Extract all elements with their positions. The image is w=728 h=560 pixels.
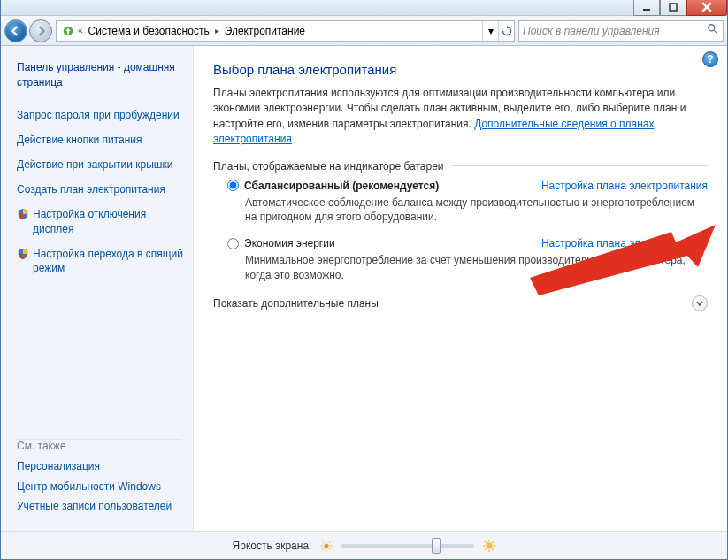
sidebar-link-label: Настройка перехода в спящий режим — [33, 247, 184, 275]
slider-thumb[interactable] — [432, 538, 441, 554]
breadcrumb-dropdown[interactable]: ▾ — [482, 21, 498, 41]
svg-point-17 — [487, 542, 493, 548]
refresh-button[interactable] — [498, 21, 514, 41]
intro-text: Планы электропитания используются для оп… — [213, 86, 708, 148]
power-plan-balanced: Сбалансированный (рекомендуется) Настрой… — [227, 180, 708, 226]
page-heading: Выбор плана электропитания — [213, 62, 708, 77]
back-button[interactable] — [4, 19, 27, 42]
sun-dim-icon — [320, 540, 333, 552]
brightness-slider[interactable] — [341, 544, 474, 548]
main-panel: Выбор плана электропитания Планы электро… — [194, 46, 727, 531]
search-placeholder: Поиск в панели управления — [523, 25, 660, 37]
power-plan-saver: Экономия энергии Настройка плана электро… — [227, 237, 708, 283]
see-also-header: См. также — [17, 439, 182, 452]
svg-line-6 — [714, 30, 717, 34]
sidebar-link-power-button[interactable]: Действие кнопки питания — [17, 133, 184, 147]
window-buttons — [633, 0, 727, 16]
breadcrumb-chevron-icon: « — [76, 26, 85, 35]
brightness-bar: Яркость экрана: — [1, 531, 727, 559]
sidebar-link-label: Настройка отключения дисплея — [33, 207, 184, 235]
breadcrumb-arrow-icon: ▸ — [213, 26, 221, 35]
svg-line-24 — [486, 548, 487, 550]
brightness-label: Яркость экрана: — [233, 540, 312, 552]
see-also-mobility-center[interactable]: Центр мобильности Windows — [17, 479, 184, 494]
svg-line-15 — [323, 548, 324, 549]
sidebar-link-password-wake[interactable]: Запрос пароля при пробуждении — [17, 108, 184, 122]
svg-line-16 — [329, 541, 330, 542]
window-titlebar — [1, 0, 727, 16]
search-icon[interactable] — [707, 23, 719, 38]
svg-line-25 — [492, 541, 494, 543]
content-area: ? Панель управления - домашняя страница … — [1, 46, 727, 531]
forward-button[interactable] — [29, 19, 52, 42]
close-button[interactable] — [686, 0, 727, 16]
svg-line-23 — [492, 548, 494, 550]
plans-section-header: Планы, отображаемые на индикаторе батаре… — [213, 160, 708, 173]
plan-radio-balanced[interactable] — [227, 180, 239, 191]
breadcrumb-segment[interactable]: Система и безопасность — [85, 25, 213, 37]
expand-button[interactable] — [692, 295, 708, 311]
plan-settings-link[interactable]: Настройка плана электропитания — [541, 237, 708, 249]
shield-icon — [17, 248, 29, 260]
svg-line-22 — [486, 541, 487, 543]
see-also-personalization[interactable]: Персонализация — [17, 459, 184, 473]
control-panel-window: « Система и безопасность ▸ Электропитани… — [0, 0, 728, 560]
breadcrumb[interactable]: « Система и безопасность ▸ Электропитани… — [56, 20, 515, 42]
minimize-button[interactable] — [633, 0, 660, 16]
svg-line-14 — [329, 548, 330, 549]
see-also-user-accounts[interactable]: Учетные записи пользователей — [17, 499, 184, 513]
plan-title: Сбалансированный (рекомендуется) — [244, 180, 439, 192]
maximize-button[interactable] — [660, 0, 686, 16]
plan-radio-saver[interactable] — [227, 238, 239, 249]
nav-bar: « Система и безопасность ▸ Электропитани… — [1, 16, 727, 46]
show-more-label[interactable]: Показать дополнительные планы — [213, 297, 379, 310]
chevron-down-icon — [695, 299, 704, 308]
search-input[interactable]: Поиск в панели управления — [518, 20, 724, 42]
plan-settings-link[interactable]: Настройка плана электропитания — [541, 180, 708, 192]
plan-description: Минимальное энергопотребление за счет ум… — [245, 253, 708, 283]
plan-description: Автоматическое соблюдение баланса между … — [245, 196, 708, 226]
plan-title: Экономия энергии — [244, 237, 335, 249]
sun-bright-icon — [483, 540, 495, 552]
sidebar-link-sleep[interactable]: Настройка перехода в спящий режим — [17, 247, 184, 275]
show-more-plans-row: Показать дополнительные планы — [213, 295, 708, 311]
sidebar-link-display-off[interactable]: Настройка отключения дисплея — [17, 207, 184, 235]
svg-point-8 — [325, 543, 329, 548]
shield-icon — [17, 208, 29, 220]
up-icon[interactable] — [60, 23, 76, 39]
sidebar: Панель управления - домашняя страница За… — [1, 46, 194, 531]
sidebar-link-lid-close[interactable]: Действие при закрытии крышки — [17, 157, 184, 172]
svg-line-13 — [323, 541, 324, 542]
svg-point-5 — [709, 25, 715, 31]
sidebar-link-create-plan[interactable]: Создать план электропитания — [17, 182, 184, 196]
sidebar-home-link[interactable]: Панель управления - домашняя страница — [17, 60, 182, 90]
svg-rect-1 — [670, 4, 677, 11]
breadcrumb-segment[interactable]: Электропитание — [221, 25, 309, 37]
